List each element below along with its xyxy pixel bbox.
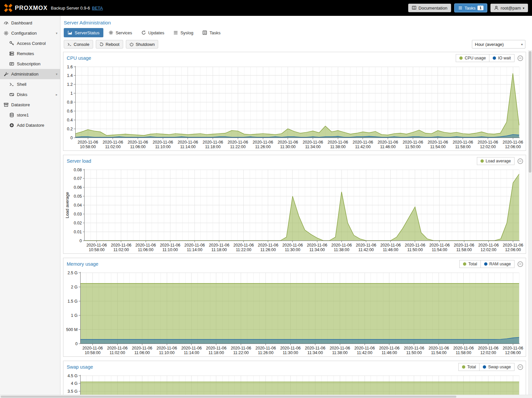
- svg-text:11:22:00: 11:22:00: [230, 145, 246, 149]
- sidebar-item-store1[interactable]: store1: [0, 110, 60, 120]
- svg-text:4.5 G: 4.5 G: [67, 374, 78, 378]
- svg-text:11:02:00: 11:02:00: [105, 145, 121, 149]
- shutdown-button[interactable]: Shutdown: [126, 40, 159, 49]
- sidebar-label: Add Datastore: [17, 123, 44, 128]
- svg-text:0.4: 0.4: [67, 118, 73, 122]
- brand-text: PROXMOX: [15, 5, 48, 12]
- gears-icon: [3, 31, 9, 36]
- svg-text:2020-11-06: 2020-11-06: [153, 140, 173, 145]
- tab-syslog[interactable]: Syslog: [169, 28, 197, 37]
- svg-text:11:50:00: 11:50:00: [406, 350, 422, 355]
- tab-tasks[interactable]: Tasks: [198, 28, 224, 37]
- svg-text:2020-11-06: 2020-11-06: [231, 346, 251, 350]
- svg-text:0.05: 0.05: [74, 194, 82, 199]
- svg-text:0.06: 0.06: [74, 185, 82, 190]
- collapse-panel-button[interactable]: [517, 261, 523, 267]
- horizontal-scrollbar-thumb[interactable]: [1, 396, 456, 398]
- gauge-icon: [3, 20, 9, 25]
- sidebar: Dashboard Configuration ▾ Access Control…: [0, 16, 60, 395]
- svg-text:11:58:00: 11:58:00: [456, 248, 472, 252]
- vertical-scrollbar-thumb[interactable]: [529, 51, 531, 173]
- page-title: Server Administration: [60, 16, 532, 28]
- sidebar-label: Disks: [17, 92, 27, 97]
- svg-text:2 G: 2 G: [71, 285, 78, 289]
- sidebar-item-remotes[interactable]: Remotes: [0, 49, 60, 59]
- sidebar-label: store1: [17, 113, 29, 117]
- svg-text:0: 0: [70, 136, 73, 140]
- tasks-button[interactable]: Tasks 1: [454, 4, 487, 12]
- svg-text:2020-11-06: 2020-11-06: [181, 346, 202, 350]
- tab-serverstatus[interactable]: ServerStatus: [64, 28, 103, 37]
- svg-text:1.6: 1.6: [67, 65, 73, 69]
- ticket-icon: [9, 61, 15, 66]
- svg-text:2020-11-06: 2020-11-06: [380, 243, 401, 248]
- svg-text:11:54:00: 11:54:00: [432, 248, 447, 252]
- chart-legend: Load average: [477, 157, 514, 165]
- tab-services[interactable]: Services: [105, 28, 136, 37]
- legend-item: Total: [459, 363, 479, 371]
- svg-text:2020-11-06: 2020-11-06: [82, 346, 103, 350]
- chevron-down-icon: ▾: [523, 6, 524, 10]
- legend-item: Swap usage: [479, 363, 514, 371]
- reboot-button[interactable]: Reboot: [96, 40, 123, 49]
- sidebar-item-disks[interactable]: Disks ▸: [0, 89, 60, 100]
- sidebar-item-access-control[interactable]: Access Control: [0, 38, 60, 49]
- server-icon: [9, 51, 15, 56]
- collapse-panel-button[interactable]: [517, 158, 523, 164]
- panel-title: Swap usage: [67, 364, 93, 370]
- user-label: root@pam: [501, 6, 521, 11]
- beta-link[interactable]: BETA: [92, 6, 103, 11]
- sidebar-item-dashboard[interactable]: Dashboard: [0, 18, 60, 28]
- sidebar-label: Datastore: [11, 102, 30, 107]
- panel-title: Server load: [67, 158, 91, 164]
- proxmox-logo: PROXMOX: [4, 4, 48, 12]
- chevron-down-icon: ▾: [56, 72, 57, 76]
- sidebar-item-shell[interactable]: Shell: [0, 79, 60, 89]
- svg-text:2020-11-06: 2020-11-06: [478, 243, 499, 248]
- charts-area: CPU usage CPU usageIO wait 00.20.40.60.8…: [60, 51, 532, 395]
- documentation-button[interactable]: Documentation: [408, 4, 451, 12]
- svg-text:2020-11-06: 2020-11-06: [278, 140, 298, 145]
- svg-text:11:26:00: 11:26:00: [258, 350, 273, 355]
- sidebar-item-configuration[interactable]: Configuration ▾: [0, 28, 60, 38]
- sidebar-item-subscription[interactable]: Subscription: [0, 59, 60, 69]
- svg-text:2020-11-06: 2020-11-06: [107, 346, 127, 350]
- svg-text:11:26:00: 11:26:00: [260, 248, 276, 252]
- user-menu-button[interactable]: root@pam ▾: [490, 4, 528, 12]
- svg-text:10:58:00: 10:58:00: [89, 248, 105, 252]
- sidebar-item-add-datastore[interactable]: Add Datastore: [0, 120, 60, 130]
- svg-text:11:02:00: 11:02:00: [113, 248, 129, 252]
- svg-text:2020-11-06: 2020-11-06: [429, 243, 450, 248]
- toolbar: Console Reboot Shutdown Hour (average) ▾: [60, 37, 532, 51]
- svg-text:2020-11-06: 2020-11-06: [233, 243, 254, 248]
- sidebar-item-administration[interactable]: Administration ▾: [0, 69, 60, 79]
- sidebar-item-datastore[interactable]: Datastore: [0, 100, 60, 110]
- sidebar-label: Shell: [17, 82, 26, 87]
- svg-text:2020-11-06: 2020-11-06: [305, 346, 325, 350]
- tab-updates[interactable]: Updates: [137, 28, 168, 37]
- svg-text:11:10:00: 11:10:00: [162, 248, 178, 252]
- refresh-icon: [141, 30, 146, 35]
- key-icon: [9, 41, 15, 46]
- svg-text:500 M: 500 M: [66, 327, 78, 332]
- memory-usage-chart: 0500 M1 G1.5 G2 G2.5 G2020-11-0610:58:00…: [64, 270, 524, 355]
- console-label: Console: [74, 42, 89, 47]
- svg-text:2020-11-06: 2020-11-06: [87, 243, 107, 248]
- svg-text:2020-11-06: 2020-11-06: [111, 243, 131, 248]
- collapse-panel-button[interactable]: [517, 55, 523, 61]
- chart-legend: CPU usageIO wait: [456, 54, 514, 62]
- legend-dot-icon: [483, 365, 486, 369]
- svg-text:11:06:00: 11:06:00: [134, 350, 150, 355]
- time-range-select[interactable]: Hour (average) ▾: [472, 40, 525, 49]
- console-button[interactable]: Console: [64, 40, 93, 49]
- archive-box-icon: [3, 102, 9, 107]
- svg-text:0.01: 0.01: [74, 230, 82, 234]
- svg-text:2020-11-06: 2020-11-06: [157, 346, 177, 350]
- legend-dot-icon: [480, 159, 484, 163]
- svg-text:11:46:00: 11:46:00: [383, 248, 398, 252]
- chevron-down-icon: ▾: [56, 31, 57, 35]
- svg-text:0: 0: [75, 342, 78, 346]
- tab-label: Tasks: [209, 30, 220, 35]
- svg-text:Load average: Load average: [65, 192, 70, 218]
- collapse-panel-button[interactable]: [517, 364, 523, 370]
